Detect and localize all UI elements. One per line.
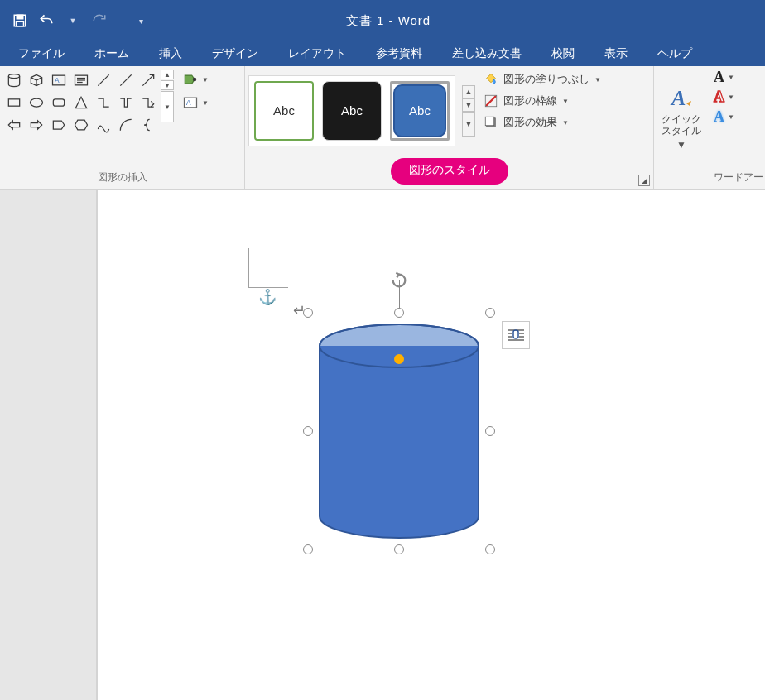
shape-outline-label: 図形の枠線 xyxy=(503,93,557,108)
shape-arrowline-icon[interactable] xyxy=(137,70,159,91)
group-label-wordart: ワードアートのスタイル xyxy=(709,167,765,189)
svg-point-14 xyxy=(31,98,43,107)
tab-layout[interactable]: レイアウト xyxy=(273,41,361,66)
crop-mark-icon xyxy=(248,248,288,288)
shape-line2-icon[interactable] xyxy=(115,70,137,91)
dropdown-icon: ▼ xyxy=(562,98,569,105)
resize-handle-w[interactable] xyxy=(303,426,313,436)
style-preset-gallery[interactable]: Abc Abc Abc xyxy=(248,75,455,146)
quick-styles-button[interactable]: A クイック スタイル ▼ xyxy=(657,70,705,166)
svg-point-22 xyxy=(193,78,195,80)
shape-triangle-icon[interactable] xyxy=(70,92,92,113)
ribbon-tabs: ファイル ホーム 挿入 デザイン レイアウト 参考資料 差し込み文書 校閲 表示… xyxy=(0,41,765,66)
shape-line-icon[interactable] xyxy=(93,70,114,91)
svg-marker-20 xyxy=(75,120,88,130)
text-outline-button[interactable]: A▼ xyxy=(712,88,762,106)
svg-marker-16 xyxy=(75,97,86,108)
shape-brace-icon[interactable] xyxy=(137,114,159,136)
group-label-shapes: 図形の挿入 xyxy=(0,167,244,189)
resize-handle-ne[interactable] xyxy=(485,308,495,318)
shape-arrow-right-icon[interactable] xyxy=(26,114,47,136)
svg-rect-15 xyxy=(53,99,64,106)
preset-3-wrap[interactable]: Abc xyxy=(390,81,450,141)
save-button[interactable] xyxy=(8,9,31,32)
gallery-down-button[interactable]: ▼ xyxy=(161,80,174,90)
tab-help[interactable]: ヘルプ xyxy=(642,41,707,66)
resize-handle-nw[interactable] xyxy=(303,308,313,318)
preset-1[interactable]: Abc xyxy=(254,81,314,141)
dropdown-icon: ▼ xyxy=(676,139,686,151)
group-shape-styles: Abc Abc Abc ▲ ▼ ▼ 図形の塗りつぶし ▼ xyxy=(245,66,654,189)
shape-roundrect-icon[interactable] xyxy=(48,92,70,113)
shape-effects-label: 図形の効果 xyxy=(503,115,557,130)
tab-file[interactable]: ファイル xyxy=(3,41,79,66)
resize-handle-s[interactable] xyxy=(394,544,404,554)
shape-cube-icon[interactable] xyxy=(26,70,47,91)
gallery-more-button[interactable]: ▼ xyxy=(161,91,174,122)
shape-textbox2-icon[interactable] xyxy=(70,70,92,91)
preset-2[interactable]: Abc xyxy=(322,81,382,141)
title-bar: ▼ ▾ 文書 1 - Word xyxy=(0,0,765,41)
group-wordart: A▼ A▼ A▼ ワードアートのスタイル xyxy=(709,66,765,189)
shape-textbox-icon[interactable]: A xyxy=(48,70,70,91)
svg-rect-2 xyxy=(17,22,24,26)
shape-fill-button[interactable]: 図形の塗りつぶし ▼ xyxy=(480,70,604,89)
shape-arc-icon[interactable] xyxy=(115,114,137,136)
adjust-handle[interactable] xyxy=(394,354,404,364)
svg-text:A: A xyxy=(670,86,686,110)
undo-dropdown[interactable]: ▼ xyxy=(61,9,84,32)
anchor-icon: ⚓ xyxy=(258,288,277,306)
layout-options-button[interactable] xyxy=(502,321,530,349)
tab-references[interactable]: 参考資料 xyxy=(361,41,437,66)
styles-dialog-launcher[interactable]: ◢ xyxy=(638,175,650,186)
resize-handle-se[interactable] xyxy=(485,544,495,554)
preset-3: Abc xyxy=(393,84,446,137)
undo-button[interactable] xyxy=(35,9,58,32)
text-fill-button[interactable]: A▼ xyxy=(712,68,762,86)
rotate-handle[interactable] xyxy=(390,271,408,292)
shape-connector3-icon[interactable] xyxy=(137,92,159,113)
qat-more-button[interactable]: ▾ xyxy=(129,9,152,32)
svg-marker-17 xyxy=(8,121,19,129)
resize-handle-sw[interactable] xyxy=(303,544,313,554)
svg-marker-18 xyxy=(31,121,41,129)
shape-arrow-left-icon[interactable] xyxy=(3,114,25,136)
preset-scroll-down[interactable]: ▼ xyxy=(462,98,475,112)
svg-rect-13 xyxy=(8,99,19,106)
tab-insert[interactable]: 挿入 xyxy=(144,41,197,66)
shape-rect-icon[interactable] xyxy=(3,92,25,113)
selected-shape[interactable] xyxy=(308,313,490,549)
resize-handle-n[interactable] xyxy=(394,308,404,318)
quick-access-toolbar: ▼ ▾ xyxy=(0,9,161,32)
tab-design[interactable]: デザイン xyxy=(197,41,273,66)
document-page[interactable]: ⚓ ↵ xyxy=(96,190,765,700)
edit-shape-button[interactable]: ▼ xyxy=(179,70,212,89)
preset-scroll-up[interactable]: ▲ xyxy=(462,85,475,98)
shape-pentagon-icon[interactable] xyxy=(48,114,70,136)
shape-hexagon-icon[interactable] xyxy=(70,114,92,136)
tab-home[interactable]: ホーム xyxy=(79,41,144,66)
group-label-styles-text: 図形のスタイル xyxy=(391,158,508,185)
gallery-up-button[interactable]: ▲ xyxy=(161,70,174,79)
tab-review[interactable]: 校閲 xyxy=(536,41,589,66)
shape-effects-button[interactable]: 図形の効果 ▼ xyxy=(480,113,604,132)
shape-curve-icon[interactable] xyxy=(93,114,114,136)
draw-textbox-button[interactable]: A ▼ xyxy=(179,93,212,113)
tab-view[interactable]: 表示 xyxy=(589,41,642,66)
resize-handle-e[interactable] xyxy=(485,426,495,436)
dropdown-icon: ▼ xyxy=(594,76,601,84)
shape-cylinder-icon[interactable] xyxy=(3,70,25,91)
shape-connector1-icon[interactable] xyxy=(93,92,114,113)
shape-gallery[interactable]: A xyxy=(3,70,159,164)
preset-more[interactable]: ▼ xyxy=(462,112,475,137)
quick-styles-label: クイック スタイル xyxy=(661,113,702,137)
shape-ellipse-icon[interactable] xyxy=(26,92,47,113)
text-effects-button[interactable]: A▼ xyxy=(712,108,762,126)
svg-line-10 xyxy=(98,74,108,85)
svg-text:A: A xyxy=(186,98,191,107)
shape-outline-button[interactable]: 図形の枠線 ▼ xyxy=(480,91,604,111)
tab-mailings[interactable]: 差し込み文書 xyxy=(437,41,536,66)
redo-button[interactable] xyxy=(88,9,111,32)
group-label-styles: 図形のスタイル ◢ xyxy=(245,155,653,189)
shape-connector2-icon[interactable] xyxy=(115,92,137,113)
